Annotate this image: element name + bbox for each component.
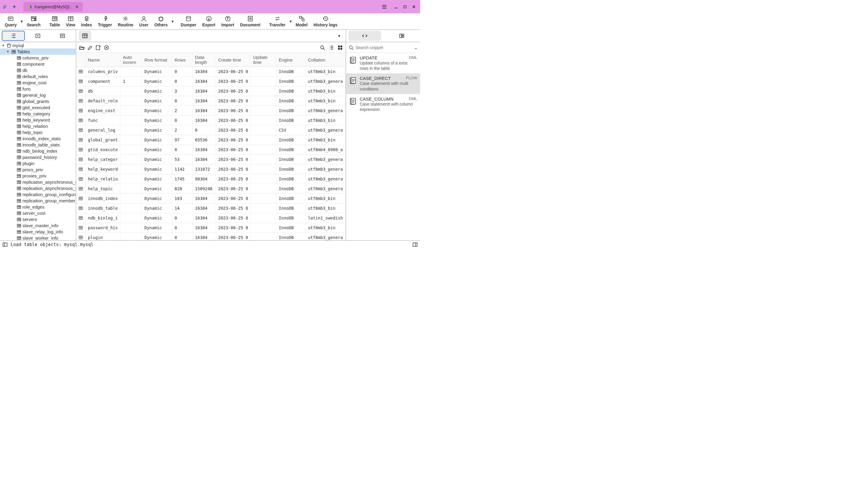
tree-table-item[interactable]: default_roles	[0, 73, 76, 79]
toggle-panel-icon[interactable]	[2, 242, 8, 247]
maximize-button[interactable]	[401, 3, 409, 11]
toggle-right-panel-icon[interactable]	[412, 242, 418, 247]
import-button[interactable]: Import	[218, 14, 237, 29]
table-row[interactable]: ndb_binlog_iDynamic0163842023-06-25 0Inn…	[76, 213, 346, 223]
code-snippet-tab[interactable]	[348, 31, 381, 41]
others-button[interactable]: Others	[151, 14, 171, 29]
tree-table-item[interactable]: plugin	[0, 160, 76, 166]
close-button[interactable]	[410, 3, 418, 11]
tree-table-item[interactable]: global_grants	[0, 98, 76, 104]
center-tab-table[interactable]	[79, 31, 91, 41]
tree-db[interactable]: ▾mysql	[0, 42, 76, 49]
table-button[interactable]: Table	[47, 14, 63, 29]
user-button[interactable]: User	[137, 14, 151, 29]
table-row[interactable]: component1Dynamic0163842023-06-25 0InnoD…	[76, 77, 346, 86]
tree-table-item[interactable]: innodb_index_stats	[0, 136, 76, 142]
search-icon[interactable]	[320, 45, 325, 51]
delete-icon[interactable]	[104, 45, 109, 51]
center-tab-dropdown[interactable]: ▾	[335, 33, 343, 38]
snippet-item[interactable]: CASE_DIRECTFLOW Case statementt with mul…	[346, 73, 420, 94]
tree-table-item[interactable]: slave_worker_info	[0, 235, 76, 240]
view-button[interactable]: View	[63, 14, 78, 29]
table-grid[interactable]: NameAuto incremRow formatRowsData length…	[76, 53, 346, 240]
history-tab[interactable]	[51, 31, 74, 41]
tree-table-item[interactable]: db	[0, 67, 76, 73]
favorites-tab[interactable]	[26, 31, 49, 41]
tree-table-item[interactable]: servers	[0, 216, 76, 222]
column-header[interactable]: Row format	[142, 53, 172, 67]
table-row[interactable]: help_keywordDynamic11421310722023-06-25 …	[76, 164, 346, 174]
grid-view-icon[interactable]	[337, 45, 343, 51]
query-button[interactable]: Query	[2, 14, 19, 29]
chevron-down-icon[interactable]: ⌄	[414, 45, 418, 50]
tree-table-item[interactable]: server_cost	[0, 210, 76, 216]
table-row[interactable]: help_categorDynamic53163842023-06-25 0In…	[76, 155, 346, 164]
hamburger-icon[interactable]	[379, 4, 390, 10]
tree-table-item[interactable]: engine_cost	[0, 79, 76, 86]
tree-table-item[interactable]: component	[0, 61, 76, 67]
table-row[interactable]: pluginDynamic0163842023-06-25 0InnoDButf…	[76, 233, 346, 240]
object-list-tab[interactable]	[2, 31, 25, 41]
transfer-dropdown[interactable]: ▾	[288, 14, 293, 29]
tree-table-item[interactable]: help_category	[0, 111, 76, 117]
index-button[interactable]: Index	[78, 14, 95, 29]
snippet-search-input[interactable]	[356, 45, 412, 50]
others-dropdown[interactable]: ▾	[171, 14, 175, 29]
history-button[interactable]: History logs	[311, 14, 341, 29]
tree-table-item[interactable]: proxies_priv	[0, 173, 76, 179]
tree-table-item[interactable]: innodb_table_stats	[0, 142, 76, 148]
column-header[interactable]: Update time	[251, 53, 276, 67]
tree-table-item[interactable]: general_log	[0, 92, 76, 98]
table-row[interactable]: innodb_tableDynamic14163842023-06-25 0In…	[76, 203, 346, 213]
table-row[interactable]: help_relatioDynamic1745983042023-06-25 0…	[76, 174, 346, 184]
minimize-button[interactable]	[392, 3, 400, 11]
open-folder-icon[interactable]	[79, 45, 85, 51]
search-button[interactable]: Search	[24, 14, 43, 29]
tree-table-item[interactable]: func	[0, 86, 76, 92]
tree-table-item[interactable]: columns_priv	[0, 55, 76, 61]
tree-table-item[interactable]: gtid_executed	[0, 104, 76, 111]
transfer-button[interactable]: Transfer	[266, 14, 288, 29]
tree-table-item[interactable]: ndb_binlog_index	[0, 148, 76, 154]
tree-table-item[interactable]: password_history	[0, 154, 76, 160]
new-icon[interactable]	[95, 45, 101, 51]
snippet-item[interactable]: UPDATEDML Update columns of a exist rows…	[346, 53, 420, 73]
tree-table-item[interactable]: help_relation	[0, 123, 76, 129]
dumper-button[interactable]: Dumper	[178, 14, 199, 29]
column-header[interactable]: Auto increm	[121, 53, 142, 67]
tree-table-item[interactable]: replication_group_configuration	[0, 191, 76, 198]
routine-button[interactable]: Routine	[115, 14, 136, 29]
table-row[interactable]: funcDynamic0163842023-06-25 0InnoDButf8m…	[76, 116, 346, 125]
document-button[interactable]: Document	[237, 14, 263, 29]
tree-table-item[interactable]: replication_asynchronous_conne	[0, 185, 76, 191]
column-header[interactable]: Data length	[193, 53, 216, 67]
table-row[interactable]: default_roleDynamic0163842023-06-25 0Inn…	[76, 96, 346, 106]
query-dropdown[interactable]: ▾	[19, 14, 24, 29]
table-row[interactable]: innodb_indexDynamic103163842023-06-25 0I…	[76, 194, 346, 203]
tree-table-item[interactable]: replication_asynchronous_conne	[0, 179, 76, 185]
table-row[interactable]: password_hisDynamic0163842023-06-25 0Inn…	[76, 223, 346, 233]
tab-connection[interactable]: Kangaroo@MySQL ✕	[23, 2, 83, 12]
tree-table-item[interactable]: slave_master_info	[0, 222, 76, 229]
list-view-icon[interactable]	[328, 45, 334, 51]
trigger-button[interactable]: Trigger	[95, 14, 115, 29]
table-row[interactable]: columns_privDynamic0163842023-06-25 0Inn…	[76, 67, 346, 77]
new-tab-button[interactable]: +	[10, 2, 19, 12]
snippet-item[interactable]: CASE_COLUMNDML Case statementt with colu…	[346, 94, 420, 114]
edit-icon[interactable]	[87, 45, 93, 51]
tree-table-item[interactable]: replication_group_member_actio	[0, 198, 76, 204]
table-row[interactable]: dbDynamic3163842023-06-25 0InnoDButf8mb3…	[76, 86, 346, 96]
export-button[interactable]: Export	[199, 14, 218, 29]
table-row[interactable]: engine_costDynamic2163842023-06-25 0Inno…	[76, 106, 346, 116]
tree-table-item[interactable]: help_topic	[0, 129, 76, 136]
tree-table-item[interactable]: procs_priv	[0, 166, 76, 173]
table-row[interactable]: general_logDynamic202023-06-25 0CSVutf8m…	[76, 125, 346, 135]
model-button[interactable]: Model	[293, 14, 310, 29]
close-tab-icon[interactable]: ✕	[75, 4, 79, 9]
tree-table-item[interactable]: help_keyword	[0, 117, 76, 123]
table-row[interactable]: help_topicDynamic82815892482023-06-25 0I…	[76, 184, 346, 194]
tree-table-item[interactable]: slave_relay_log_info	[0, 229, 76, 235]
column-header[interactable]: Name	[86, 53, 121, 67]
table-row[interactable]: global_grantDynamic97655362023-06-25 0In…	[76, 135, 346, 145]
object-tree[interactable]: ▾mysql▾Tablescolumns_privcomponentdbdefa…	[0, 42, 76, 240]
